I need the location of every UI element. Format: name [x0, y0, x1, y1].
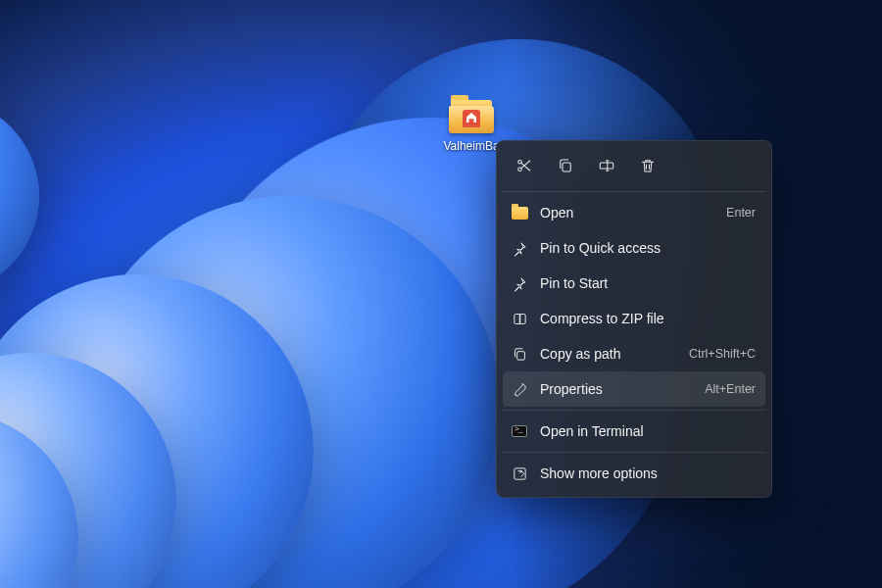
copy-button[interactable] [548, 149, 583, 182]
terminal-icon [511, 422, 528, 440]
folder-icon [449, 98, 494, 135]
svg-rect-3 [600, 163, 613, 169]
menu-item-compress-zip[interactable]: Compress to ZIP file [503, 301, 765, 336]
pin-icon [511, 239, 528, 257]
copy-path-icon [511, 345, 528, 363]
folder-open-icon [511, 204, 528, 221]
wrench-icon [511, 380, 528, 398]
cut-button[interactable] [507, 149, 542, 182]
menu-item-label: Show more options [540, 466, 756, 481]
zip-icon [511, 310, 528, 327]
separator [502, 410, 766, 411]
menu-item-label: Pin to Start [540, 275, 756, 291]
menu-item-label: Open [540, 205, 714, 220]
trash-icon [639, 157, 657, 174]
menu-item-pin-quick-access[interactable]: Pin to Quick access [503, 230, 765, 266]
menu-item-label: Compress to ZIP file [540, 311, 756, 326]
more-options-icon [511, 465, 528, 482]
copy-icon [557, 157, 574, 174]
context-menu: Open Enter Pin to Quick access Pin to St… [496, 140, 772, 498]
menu-item-label: Properties [540, 381, 693, 397]
menu-item-label: Open in Terminal [540, 423, 756, 439]
menu-item-open[interactable]: Open Enter [503, 195, 765, 230]
rename-button[interactable] [589, 149, 624, 182]
menu-item-label: Copy as path [540, 346, 677, 362]
pin-icon [511, 274, 528, 292]
rename-icon [598, 157, 615, 174]
svg-rect-2 [563, 163, 570, 172]
menu-item-accelerator: Alt+Enter [705, 382, 756, 396]
menu-item-open-terminal[interactable]: Open in Terminal [503, 414, 765, 449]
svg-point-0 [518, 160, 522, 164]
menu-item-accelerator: Enter [726, 206, 756, 220]
menu-item-pin-start[interactable]: Pin to Start [503, 266, 765, 301]
menu-item-properties[interactable]: Properties Alt+Enter [503, 371, 765, 407]
delete-button[interactable] [630, 149, 665, 182]
desktop-folder-label: ValheimBa [443, 139, 499, 153]
separator [502, 191, 766, 192]
scissors-icon [515, 157, 533, 174]
menu-item-show-more-options[interactable]: Show more options [503, 456, 765, 491]
svg-rect-5 [516, 351, 524, 360]
menu-item-label: Pin to Quick access [540, 240, 756, 256]
context-toolbar [503, 147, 765, 188]
menu-item-copy-as-path[interactable]: Copy as path Ctrl+Shift+C [503, 336, 765, 371]
menu-item-accelerator: Ctrl+Shift+C [689, 347, 756, 361]
svg-point-1 [518, 168, 522, 172]
separator [502, 452, 766, 453]
